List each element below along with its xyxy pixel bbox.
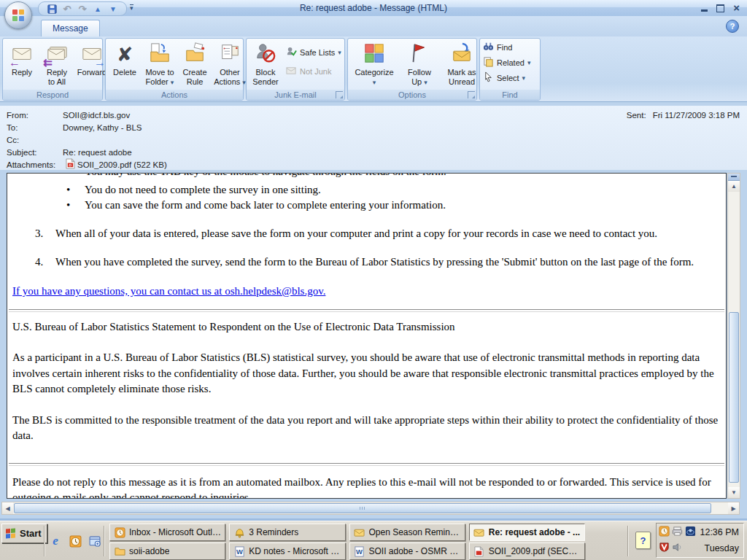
taskbar-clock[interactable]: 12:36 PM Tuesday	[700, 524, 741, 556]
numbered-item-3: 3.When all of your data is entered, plea…	[34, 226, 719, 241]
redo-icon[interactable]: ↷	[77, 3, 88, 15]
internet-explorer-icon[interactable]: e	[49, 534, 62, 548]
reply-button[interactable]: ← Reply	[4, 40, 39, 77]
mark-as-unread-icon	[451, 42, 473, 67]
word-icon: W	[354, 545, 365, 557]
splitter-handle[interactable]	[728, 174, 740, 181]
not-junk-icon	[286, 65, 297, 77]
scroll-right-icon[interactable]: ▶	[728, 502, 739, 514]
horizontal-scroll-thumb[interactable]	[14, 503, 711, 513]
not-junk-button[interactable]: Not Junk	[286, 65, 341, 77]
block-sender-button[interactable]: BlockSender	[248, 40, 283, 87]
categorize-button[interactable]: Categorize▾	[349, 40, 399, 88]
chevron-down-icon: ▾	[373, 79, 376, 86]
reply-to-all-button[interactable]: ⇇ Replyto All	[39, 40, 74, 87]
office-button[interactable]	[4, 1, 32, 29]
ribbon: ← Reply ⇇ Replyto All	[0, 36, 747, 102]
follow-up-flag-icon	[409, 42, 430, 67]
printer-icon[interactable]	[672, 526, 683, 540]
customize-qat-icon[interactable]: ▾	[130, 4, 133, 11]
create-rule-icon	[184, 42, 206, 67]
chevron-down-icon: ▾	[424, 79, 427, 86]
delete-button[interactable]: ✘ Delete	[107, 40, 142, 77]
no-reply-notice: Please do not reply to this message as i…	[12, 475, 720, 499]
network-icon[interactable]	[685, 526, 696, 540]
related-button[interactable]: Related ▾	[483, 56, 530, 69]
mail-icon	[473, 526, 485, 538]
find-button[interactable]: Find	[483, 41, 512, 53]
taskbar-button-open-season[interactable]: Open Season Reminders...	[349, 524, 465, 541]
start-button[interactable]: Start	[1, 524, 47, 543]
undo-icon[interactable]: ↶	[61, 3, 73, 15]
restore-button[interactable]	[716, 4, 724, 12]
mark-as-unread-button[interactable]: Mark asUnread	[440, 40, 484, 87]
vertical-scrollbar[interactable]: ▲ ▼	[727, 173, 740, 499]
divider	[44, 526, 45, 556]
scroll-up-icon[interactable]: ▲	[728, 181, 740, 192]
taskbar-button-soii-osmr[interactable]: W SOII adobe - OSMR revi...	[349, 542, 465, 560]
move-to-folder-button[interactable]: Move toFolder ▾	[142, 40, 177, 88]
statement-paragraph-2: The BLS is committed to the responsible …	[12, 413, 720, 444]
help-icon[interactable]: ?	[726, 20, 739, 33]
block-sender-icon	[255, 42, 276, 67]
subject-value: Re: request adobe	[63, 147, 132, 159]
save-icon[interactable]	[46, 3, 58, 15]
volume-icon[interactable]	[672, 542, 683, 556]
taskbar-button-kd-notes[interactable]: W KD notes - Microsoft Word	[229, 542, 345, 560]
app-shortcut-icon[interactable]	[88, 534, 101, 548]
vertical-scroll-track[interactable]	[728, 191, 740, 487]
outlook-icon[interactable]	[69, 534, 82, 548]
dialog-launcher-icon[interactable]	[336, 91, 343, 98]
help-tooltip-icon[interactable]: ?	[635, 532, 651, 549]
reply-arrow-icon: ←	[9, 56, 20, 69]
antivirus-shield-icon[interactable]	[659, 542, 670, 556]
word-icon: W	[233, 545, 245, 557]
taskbar-button-request-adobe[interactable]: Re: request adobe - ...	[469, 524, 585, 541]
next-item-icon[interactable]: ▼	[107, 3, 119, 15]
select-button[interactable]: Select ▾	[483, 71, 525, 84]
chevron-down-icon: ▾	[338, 49, 341, 56]
vertical-scroll-thumb[interactable]	[729, 312, 739, 482]
bullet-list: •You do not need to complete the survey …	[7, 182, 726, 213]
chevron-down-icon: ▾	[527, 59, 531, 66]
clock-time: 12:36 PM	[700, 527, 739, 537]
taskbar-button-inbox[interactable]: Inbox - Microsoft Outlook	[109, 524, 225, 541]
reply-all-arrow-icon: ⇇	[43, 56, 53, 69]
delete-x-icon: ✘	[117, 44, 133, 66]
quick-access-toolbar: ↶ ↷ ▲ ▼	[38, 1, 127, 16]
divider	[9, 463, 724, 466]
message-header: From:SOII@idcf.bls.gov Sent:Fri 11/27/20…	[0, 106, 747, 170]
svg-text:W: W	[356, 548, 363, 556]
desktop: Re: request adobe - Message (HTML) × ↶ ↷…	[0, 0, 747, 560]
tab-message[interactable]: Message	[41, 20, 100, 36]
group-label-find: Find	[480, 90, 540, 100]
taskbar-button-reminders[interactable]: 3 Reminders	[229, 524, 345, 541]
windows-logo-icon	[6, 528, 17, 539]
taskbar-button-soii-pdf[interactable]: SOII_2009.pdf (SECURE...	[469, 542, 585, 560]
close-button[interactable]: ×	[733, 1, 740, 15]
ribbon-tab-row: Message ?	[0, 16, 747, 37]
group-label-respond: Respond	[3, 90, 102, 100]
taskbar-button-soii-adobe[interactable]: soii-adobe	[109, 542, 225, 560]
dialog-launcher-icon[interactable]	[468, 91, 475, 98]
scroll-down-icon[interactable]: ▼	[728, 487, 740, 498]
statement-paragraph-1: As a participant in a U.S. Bureau of Lab…	[12, 350, 720, 397]
to-value: Downey, Kathy - BLS	[63, 122, 142, 134]
previous-item-icon[interactable]: ▲	[92, 3, 104, 15]
follow-up-button[interactable]: FollowUp ▾	[399, 40, 440, 88]
safe-lists-button[interactable]: Safe Lists ▾	[286, 46, 341, 58]
horizontal-scrollbar[interactable]: ◀ ▶	[1, 502, 740, 515]
contact-link[interactable]: If you have any questions, you can conta…	[12, 284, 720, 299]
group-respond: ← Reply ⇇ Replyto All	[2, 38, 103, 101]
safe-lists-icon	[286, 46, 297, 58]
scroll-left-icon[interactable]: ◀	[2, 502, 13, 514]
cc-label: Cc:	[7, 134, 63, 147]
minimize-button[interactable]	[701, 9, 708, 12]
pdf-icon	[473, 545, 485, 557]
outlook-tray-icon[interactable]	[659, 526, 670, 540]
other-actions-button[interactable]: OtherActions ▾	[212, 40, 247, 88]
divider	[9, 309, 724, 312]
group-options: Categorize▾ FollowUp ▾ Mark asUnread	[347, 38, 477, 101]
create-rule-button[interactable]: CreateRule	[177, 40, 212, 87]
forward-button[interactable]: → Forward	[74, 40, 109, 77]
